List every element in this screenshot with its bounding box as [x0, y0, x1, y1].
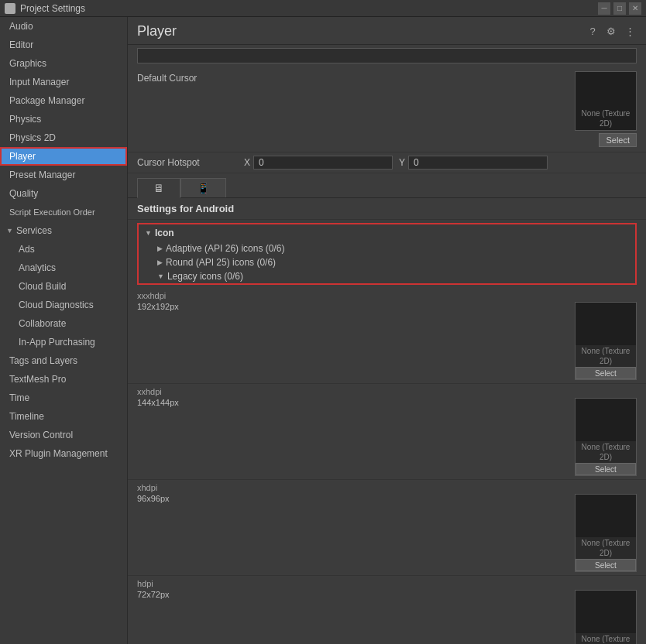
content-header: Player ? ⚙ ⋮	[128, 17, 646, 45]
icon-section-arrow: ▼	[145, 229, 152, 237]
sidebar-group-services[interactable]: ▼ Services	[0, 221, 127, 240]
sidebar-child-cloud-build[interactable]: Cloud Build	[0, 277, 127, 296]
xxhdpi-size: 144x144px	[137, 398, 569, 407]
sidebar-item-services-label: Services	[16, 224, 52, 238]
icon-subsections: ▶ Adaptive (API 26) icons (0/6) ▶ Round …	[139, 242, 635, 283]
hotspot-y: Y	[399, 156, 548, 170]
sidebar-child-collaborate[interactable]: Collaborate	[0, 314, 127, 333]
xxxhdpi-none-label: None (Texture 2D)	[576, 345, 636, 367]
sidebar-item-editor[interactable]: Editor	[0, 36, 127, 54]
x-input[interactable]	[253, 156, 393, 170]
sidebar-item-physics-2d[interactable]: Physics 2D	[0, 128, 127, 147]
window-controls: ─ □ ✕	[598, 2, 641, 15]
xxhdpi-none-label: None (Texture 2D)	[576, 441, 636, 463]
xxxhdpi-size: 192x192px	[137, 302, 569, 311]
default-cursor-preview: None (Texture 2D)	[575, 71, 637, 131]
sidebar-item-graphics[interactable]: Graphics	[0, 54, 127, 73]
xxhdpi-info: 144x144px	[137, 398, 569, 407]
help-icon-button[interactable]: ?	[586, 25, 600, 39]
title-bar-left: Project Settings	[5, 3, 85, 14]
sidebar-item-version-control[interactable]: Version Control	[0, 426, 127, 444]
xhdpi-row: xhdpi 96x96px None (Texture 2D) Select	[128, 480, 646, 576]
sidebar-item-script-execution-order[interactable]: Script Execution Order	[0, 203, 127, 221]
y-input[interactable]	[408, 156, 548, 170]
x-label: X	[244, 157, 250, 168]
xhdpi-size: 96x96px	[137, 494, 569, 503]
platform-tabs: 🖥 📱	[128, 173, 646, 198]
sidebar-item-preset-manager[interactable]: Preset Manager	[0, 166, 127, 184]
round-icons-label: Round (API 25) icons (0/6)	[166, 257, 276, 268]
xxhdpi-select-button[interactable]: Select	[576, 463, 636, 475]
xxxhdpi-content: 192x192px None (Texture 2D) Select	[137, 302, 637, 380]
title-bar: Project Settings ─ □ ✕	[0, 0, 646, 17]
sidebar-child-cloud-diagnostics[interactable]: Cloud Diagnostics	[0, 296, 127, 314]
xhdpi-select-button[interactable]: Select	[576, 559, 636, 571]
sidebar: Audio Editor Graphics Input Manager Pack…	[0, 17, 128, 644]
sidebar-child-ads[interactable]: Ads	[0, 240, 127, 259]
window-title: Project Settings	[20, 3, 85, 14]
adaptive-icons-row[interactable]: ▶ Adaptive (API 26) icons (0/6)	[151, 242, 635, 255]
xxxhdpi-info: 192x192px	[137, 302, 569, 311]
default-cursor-none-label: None (Texture 2D)	[576, 107, 636, 130]
xhdpi-none-label: None (Texture 2D)	[576, 537, 636, 559]
xxxhdpi-row: xxxhdpi 192x192px None (Texture 2D) Sele…	[128, 288, 646, 384]
desktop-icon: 🖥	[153, 182, 164, 194]
adaptive-icons-label: Adaptive (API 26) icons (0/6)	[166, 243, 284, 254]
main-layout: Audio Editor Graphics Input Manager Pack…	[0, 17, 646, 644]
services-arrow-icon: ▼	[6, 224, 13, 238]
xxxhdpi-select-button[interactable]: Select	[576, 367, 636, 379]
sidebar-item-xr-plugin[interactable]: XR Plugin Management	[0, 444, 127, 463]
adaptive-arrow-icon: ▶	[157, 245, 163, 252]
cursor-hotspot-label: Cursor Hotspot	[137, 157, 238, 168]
icon-section: ▼ Icon ▶ Adaptive (API 26) icons (0/6) ▶…	[137, 223, 637, 285]
app-icon	[5, 3, 15, 14]
sidebar-item-player[interactable]: Player	[0, 147, 127, 166]
xxhdpi-preview-box	[576, 399, 636, 441]
xxhdpi-preview: None (Texture 2D) Select	[575, 398, 637, 476]
more-options-button[interactable]: ⋮	[623, 25, 637, 39]
xhdpi-label: xhdpi	[137, 483, 637, 492]
sidebar-child-analytics[interactable]: Analytics	[0, 259, 127, 277]
hotspot-x: X	[244, 156, 393, 170]
hdpi-preview: None (Texture 2D) Select	[575, 590, 637, 644]
default-cursor-controls: None (Texture 2D) Select	[244, 71, 637, 147]
sidebar-item-input-manager[interactable]: Input Manager	[0, 73, 127, 91]
icon-section-header[interactable]: ▼ Icon	[139, 224, 635, 242]
tab-desktop[interactable]: 🖥	[137, 178, 180, 198]
round-arrow-icon: ▶	[157, 259, 163, 266]
sidebar-child-in-app-purchasing[interactable]: In-App Purchasing	[0, 333, 127, 351]
tab-android[interactable]: 📱	[180, 178, 226, 197]
default-cursor-label: Default Cursor	[137, 71, 238, 84]
hdpi-none-label: None (Texture 2D)	[576, 633, 636, 644]
hdpi-info: 72x72px	[137, 590, 569, 599]
maximize-button[interactable]: □	[613, 2, 626, 15]
sidebar-item-textmesh-pro[interactable]: TextMesh Pro	[0, 370, 127, 389]
search-input[interactable]	[137, 48, 637, 63]
legacy-icons-row[interactable]: ▼ Legacy icons (0/6)	[151, 269, 635, 283]
xhdpi-info: 96x96px	[137, 494, 569, 503]
hdpi-size: 72x72px	[137, 590, 569, 599]
close-button[interactable]: ✕	[629, 2, 641, 15]
y-label: Y	[399, 157, 405, 168]
cursor-hotspot-row: Cursor Hotspot X Y	[128, 152, 646, 173]
settings-icon-button[interactable]: ⚙	[604, 25, 618, 39]
xhdpi-preview: None (Texture 2D) Select	[575, 494, 637, 572]
sidebar-item-timeline[interactable]: Timeline	[0, 407, 127, 426]
xxhdpi-content: 144x144px None (Texture 2D) Select	[137, 398, 637, 476]
sidebar-item-audio[interactable]: Audio	[0, 17, 127, 36]
minimize-button[interactable]: ─	[598, 2, 610, 15]
round-icons-row[interactable]: ▶ Round (API 25) icons (0/6)	[151, 255, 635, 269]
xxxhdpi-preview-box	[576, 303, 636, 345]
default-cursor-row: Default Cursor None (Texture 2D) Select	[128, 67, 646, 152]
sidebar-item-time[interactable]: Time	[0, 389, 127, 407]
sidebar-item-physics[interactable]: Physics	[0, 110, 127, 128]
sidebar-item-tags-and-layers[interactable]: Tags and Layers	[0, 351, 127, 370]
hdpi-preview-box	[576, 591, 636, 633]
sidebar-item-quality[interactable]: Quality	[0, 184, 127, 203]
xxxhdpi-preview: None (Texture 2D) Select	[575, 302, 637, 380]
sidebar-item-package-manager[interactable]: Package Manager	[0, 91, 127, 110]
header-icons: ? ⚙ ⋮	[586, 25, 637, 39]
default-cursor-preview-inner	[576, 72, 636, 107]
default-cursor-select-button[interactable]: Select	[599, 133, 637, 147]
icon-section-label: Icon	[155, 228, 174, 238]
